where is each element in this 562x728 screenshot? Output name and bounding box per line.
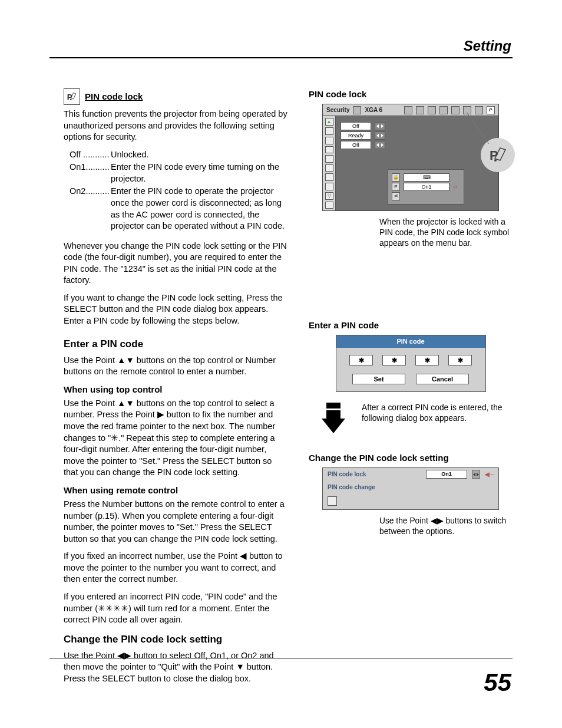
- svg-marker-4: [376, 134, 379, 137]
- svg-marker-13: [322, 419, 345, 433]
- svg-rect-11: [326, 403, 340, 409]
- opt-off-key: Off ...........: [70, 149, 111, 161]
- header-rule: [49, 57, 513, 58]
- pin-lock-icon: P: [64, 88, 80, 105]
- osd-side-icon: [325, 164, 333, 172]
- pin-lock-p2: If you want to change the PIN code lock …: [64, 292, 287, 327]
- remote-control-title: When using remote control: [64, 485, 287, 496]
- top-control-body: Use the Point ▲▼ buttons on the top cont…: [64, 398, 287, 479]
- pointer-icon: ↢: [453, 183, 460, 190]
- footer-rule: [49, 658, 513, 658]
- left-right-icon: [375, 122, 385, 130]
- pin-digit[interactable]: ✱: [415, 355, 439, 365]
- osd-up-icon: ▲: [325, 118, 333, 126]
- enter-pin-title: Enter a PIN code: [64, 338, 287, 351]
- enter-pin-panel-title: Enter a PIN code: [309, 319, 513, 331]
- pin-lock-intro: This function prevents the projector fro…: [64, 108, 287, 143]
- pin-icon: P: [392, 183, 400, 191]
- svg-marker-3: [381, 124, 384, 128]
- opt-off-desc: Unlocked.: [111, 149, 287, 161]
- osd-side-icon: [325, 173, 333, 181]
- osd-sidebar: ▲ ▽: [323, 116, 336, 210]
- osd-sub-keylock: ⌨: [404, 173, 449, 182]
- page-number: 55: [484, 666, 511, 700]
- pin-dialog-title: PIN code: [336, 335, 485, 348]
- after-pin-caption: After a correct PIN code is entered, the…: [362, 403, 513, 424]
- svg-marker-7: [381, 143, 384, 147]
- header-title: Setting: [464, 37, 511, 55]
- left-right-icon[interactable]: [472, 470, 480, 479]
- change-setting-title: Change the PIN code lock setting: [64, 633, 287, 647]
- menu-icon: [451, 106, 459, 114]
- osd-down-icon: ▽: [325, 192, 333, 200]
- svg-marker-6: [376, 143, 379, 147]
- quit-icon: ⏎: [392, 192, 400, 200]
- locked-caption: When the projector is locked with a PIN …: [379, 217, 513, 249]
- menu-icon: [428, 106, 436, 114]
- change-setting-panel-title: Change the PIN code lock setting: [309, 452, 513, 464]
- change-pin-dialog: PIN code lock On1 ◀─ PIN code change: [322, 467, 499, 510]
- osd-option-value: Off: [340, 141, 371, 149]
- svg-marker-15: [477, 473, 479, 476]
- osd-option-value: Ready: [340, 131, 371, 140]
- left-right-icon: [375, 141, 385, 149]
- pin-lock-section-title: PIN code lock: [85, 91, 143, 103]
- pin-code-dialog: PIN code ✱ ✱ ✱ ✱ Set Cancel: [336, 335, 486, 392]
- remote-control-body: Press the Number buttons on the remote c…: [64, 499, 287, 545]
- pin-lock-p1: Whenever you change the PIN code lock se…: [64, 241, 287, 286]
- pin-digit[interactable]: ✱: [349, 355, 373, 365]
- opt-on2-desc: Enter the PIN code to operate the projec…: [111, 186, 287, 232]
- osd-tab-icon: [353, 106, 361, 114]
- osd-side-icon: [325, 137, 333, 144]
- enter-pin-intro: Use the Point ▲▼ buttons on the top cont…: [64, 355, 287, 378]
- fix-number-body: If you fixed an incorrect number, use th…: [64, 551, 287, 585]
- chg-row1-label: PIN code lock: [328, 470, 386, 479]
- osd-sub-value: On1: [404, 183, 449, 191]
- top-control-title: When using top control: [64, 384, 287, 396]
- quit-icon[interactable]: [328, 496, 337, 506]
- osd-option-value: Off: [340, 122, 371, 130]
- switch-caption: Use the Point ◀▶ buttons to switch betwe…: [379, 516, 513, 537]
- chg-row1-value[interactable]: On1: [426, 470, 467, 479]
- osd-side-icon: [325, 146, 333, 154]
- callout-line: [467, 110, 502, 151]
- wrong-pin-body: If you entered an incorrect PIN code, "P…: [64, 591, 287, 626]
- pin-digit[interactable]: ✱: [448, 355, 472, 365]
- menu-icon: [404, 106, 412, 114]
- menu-icon: [439, 106, 448, 114]
- change-setting-body: Use the Point ◀▶ button to select Off, O…: [64, 650, 287, 685]
- svg-point-9: [494, 159, 497, 162]
- svg-line-10: [467, 112, 489, 144]
- osd-side-icon: [325, 202, 333, 209]
- osd-sub-dialog: 🔒 ⌨ P On1 ↢ ⏎: [388, 169, 464, 205]
- osd-side-icon: [325, 155, 333, 163]
- osd-xga-text: XGA 6: [365, 106, 382, 114]
- pin-lock-options: Off ........... Unlocked. On1.......... …: [70, 149, 287, 232]
- svg-rect-12: [326, 410, 340, 419]
- opt-on2-key: On2..........: [70, 186, 111, 232]
- osd-section-title: PIN code lock: [309, 88, 513, 100]
- svg-marker-14: [473, 473, 475, 476]
- set-button[interactable]: Set: [352, 374, 405, 384]
- pin-digit[interactable]: ✱: [382, 355, 406, 365]
- opt-on1-desc: Enter the PIN code every time turning on…: [111, 162, 287, 185]
- pointer-icon: ◀─: [485, 470, 494, 479]
- left-right-icon: [375, 131, 385, 140]
- page-content: P PIN code lock This function prevents t…: [64, 88, 513, 691]
- osd-title-text: Security: [326, 106, 349, 114]
- svg-marker-2: [376, 124, 379, 128]
- right-column: PIN code lock Security XGA 6: [309, 88, 513, 690]
- left-column: P PIN code lock This function prevents t…: [64, 88, 287, 690]
- osd-side-icon: [325, 183, 333, 190]
- chg-row2-label: PIN code change: [328, 483, 386, 492]
- menu-icon: [416, 106, 424, 114]
- arrow-down-icon: [316, 401, 351, 440]
- opt-on1-key: On1..........: [70, 162, 111, 185]
- svg-marker-5: [381, 134, 384, 137]
- osd-side-icon: [325, 127, 333, 135]
- cancel-button[interactable]: Cancel: [416, 374, 469, 384]
- svg-point-1: [70, 99, 72, 101]
- lock-icon: 🔒: [392, 173, 400, 182]
